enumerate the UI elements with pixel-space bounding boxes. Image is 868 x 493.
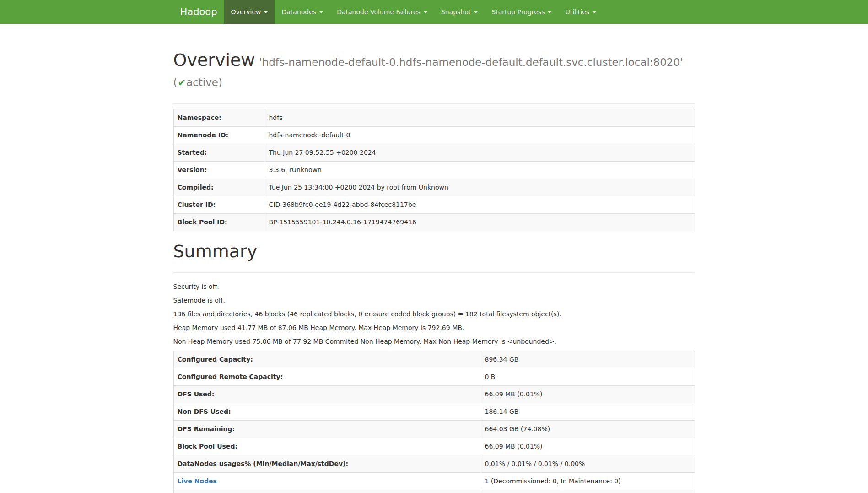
table-row: Block Pool ID: BP-1515559101-10.244.0.16… (173, 214, 695, 231)
table-row: Live Nodes 1 (Decommissioned: 0, In Main… (173, 473, 695, 490)
row-value: 0.01% / 0.01% / 0.01% / 0.00% (481, 455, 695, 473)
main-content: Overview 'hdfs-namenode-default-0.hdfs-n… (167, 49, 702, 493)
page-title-line: Overview 'hdfs-namenode-default-0.hdfs-n… (173, 49, 695, 73)
navbar: Hadoop Overview Datanodes Datanode Volum… (0, 0, 868, 24)
row-label[interactable]: Live Nodes (173, 473, 481, 490)
caret-down-icon (474, 11, 478, 13)
table-row: Configured Remote Capacity: 0 B (173, 368, 695, 386)
table-row: DFS Remaining: 664.03 GB (74.08%) (173, 421, 695, 438)
row-label: Block Pool Used: (173, 438, 481, 455)
navbar-item[interactable]: Startup Progress (485, 0, 558, 24)
navbar-item-label: Startup Progress (491, 8, 545, 16)
navbar-item[interactable]: Utilities (558, 0, 603, 24)
row-label: Non DFS Used: (173, 403, 481, 421)
caret-down-icon (319, 11, 323, 13)
table-row: Namenode ID: hdfs-namenode-default-0 (173, 127, 695, 144)
navbar-item-label: Datanode Volume Failures (337, 8, 421, 16)
row-label: DataNodes usages% (Min/Median/Max/stdDev… (173, 455, 481, 473)
row-label: Namespace: (173, 109, 265, 127)
row-value: BP-1515559101-10.244.0.16-1719474769416 (265, 214, 695, 231)
caret-down-icon (424, 11, 427, 13)
navbar-menu: Overview Datanodes Datanode Volume Failu… (224, 0, 604, 24)
table-row: Dead Nodes 0 (Decommissioned: 0, In Main… (173, 490, 695, 493)
check-icon: ✔ (177, 77, 186, 88)
table-row: Started: Thu Jun 27 09:52:55 +0200 2024 (173, 144, 695, 162)
row-value: hdfs-namenode-default-0 (265, 127, 695, 144)
navbar-brand[interactable]: Hadoop (173, 0, 224, 24)
namenode-address: 'hdfs-namenode-default-0.hdfs-namenode-d… (259, 56, 683, 68)
row-value: 66.09 MB (0.01%) (481, 386, 695, 403)
row-value: 664.03 GB (74.08%) (481, 421, 695, 438)
caret-down-icon (548, 11, 551, 13)
table-row: Block Pool Used: 66.09 MB (0.01%) (173, 438, 695, 455)
table-row: Cluster ID: CID-368b9fc0-ee19-4d22-abbd-… (173, 196, 695, 214)
namenode-status: (✔active) (173, 73, 695, 92)
row-value: 186.14 GB (481, 403, 695, 421)
summary-line: Heap Memory used 41.77 MB of 87.06 MB He… (173, 323, 695, 332)
row-label: Configured Remote Capacity: (173, 368, 481, 386)
row-label: Block Pool ID: (173, 214, 265, 231)
summary-line: 136 files and directories, 46 blocks (46… (173, 309, 695, 319)
summary-divider (173, 272, 695, 273)
table-row: Namespace: hdfs (173, 109, 695, 127)
row-label: Namenode ID: (173, 127, 265, 144)
caret-down-icon (593, 11, 596, 13)
row-value: Tue Jun 25 13:34:00 +0200 2024 by root f… (265, 179, 695, 196)
row-value: 1 (Decommissioned: 0, In Maintenance: 0) (481, 473, 695, 490)
table-row: DataNodes usages% (Min/Median/Max/stdDev… (173, 455, 695, 473)
row-value: 3.3.6, rUnknown (265, 162, 695, 179)
navbar-item[interactable]: Snapshot (434, 0, 485, 24)
namenode-info-table: Namespace: hdfs Namenode ID: hdfs-nameno… (173, 109, 695, 231)
page-title: Overview 'hdfs-namenode-default-0.hdfs-n… (173, 49, 695, 92)
summary-line: Security is off. (173, 282, 695, 291)
row-label: DFS Remaining: (173, 421, 481, 438)
row-label: Cluster ID: (173, 196, 265, 214)
status-close-paren: ) (218, 76, 222, 88)
table-row: Non DFS Used: 186.14 GB (173, 403, 695, 421)
table-row: Version: 3.3.6, rUnknown (173, 162, 695, 179)
table-row: Configured Capacity: 896.34 GB (173, 351, 695, 368)
row-label: Started: (173, 144, 265, 162)
row-value: 0 B (481, 368, 695, 386)
navbar-item-label: Overview (231, 8, 261, 16)
row-value: CID-368b9fc0-ee19-4d22-abbd-84fcec8117be (265, 196, 695, 214)
navbar-item-label: Datanodes (281, 8, 316, 16)
navbar-container: Hadoop Overview Datanodes Datanode Volum… (167, 0, 702, 24)
cluster-metrics-table-body: Configured Capacity: 896.34 GB Configure… (173, 351, 695, 493)
cluster-metrics-table: Configured Capacity: 896.34 GB Configure… (173, 351, 695, 493)
page-title-text: Overview (173, 50, 255, 70)
navbar-item[interactable]: Overview (224, 0, 275, 24)
caret-down-icon (264, 11, 268, 13)
navbar-item-label: Snapshot (441, 8, 471, 16)
row-label: Configured Capacity: (173, 351, 481, 368)
row-label: Compiled: (173, 179, 265, 196)
row-value: 896.34 GB (481, 351, 695, 368)
summary-line: Non Heap Memory used 75.06 MB of 77.92 M… (173, 337, 695, 346)
row-value: hdfs (265, 109, 695, 127)
summary-text: Security is off. Safemode is off. 136 fi… (173, 277, 695, 346)
row-value: Thu Jun 27 09:52:55 +0200 2024 (265, 144, 695, 162)
summary-line: Safemode is off. (173, 296, 695, 305)
row-value: 66.09 MB (0.01%) (481, 438, 695, 455)
summary-heading: Summary (173, 240, 695, 262)
navbar-item[interactable]: Datanode Volume Failures (330, 0, 434, 24)
table-row: DFS Used: 66.09 MB (0.01%) (173, 386, 695, 403)
namenode-info-table-body: Namespace: hdfs Namenode ID: hdfs-nameno… (173, 109, 695, 231)
table-row: Compiled: Tue Jun 25 13:34:00 +0200 2024… (173, 179, 695, 196)
row-value: 0 (Decommissioned: 0, In Maintenance: 0) (481, 490, 695, 493)
status-label: active (186, 76, 218, 88)
row-label: DFS Used: (173, 386, 481, 403)
navbar-item[interactable]: Datanodes (275, 0, 330, 24)
header-divider (173, 103, 695, 104)
row-label[interactable]: Dead Nodes (173, 490, 481, 493)
navbar-item-label: Utilities (565, 8, 589, 16)
row-label: Version: (173, 162, 265, 179)
